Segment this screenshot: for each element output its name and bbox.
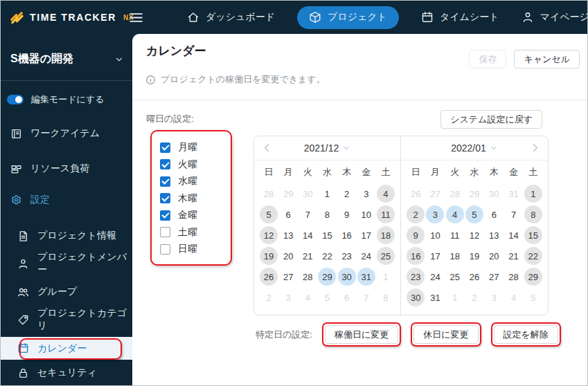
- project-selector[interactable]: S機器の開発: [10, 52, 124, 66]
- save-button[interactable]: 保存: [469, 50, 506, 68]
- calendar-day[interactable]: 25: [376, 246, 395, 266]
- calendar-day[interactable]: 10: [425, 225, 445, 246]
- calendar-day[interactable]: 16: [406, 246, 425, 266]
- calendar-day[interactable]: 7: [298, 204, 317, 225]
- month-selector[interactable]: 2022/01: [451, 143, 498, 154]
- sidebar-item-resource-load[interactable]: リソース負荷: [1, 158, 132, 180]
- calendar-day[interactable]: 28: [504, 266, 523, 287]
- sidebar-item-project-members[interactable]: プロジェクトメンバー: [1, 252, 132, 275]
- weekday-row-friday[interactable]: 金曜: [160, 207, 231, 224]
- sidebar-item-work-items[interactable]: ワークアイテム: [1, 122, 132, 145]
- sunday-checkbox[interactable]: [160, 244, 170, 255]
- calendar-day[interactable]: 3: [357, 183, 376, 204]
- weekday-row-wednesday[interactable]: 水曜: [160, 173, 231, 190]
- calendar-day[interactable]: 3: [425, 204, 445, 225]
- sidebar-item-groups[interactable]: グループ: [1, 281, 132, 303]
- calendar-day[interactable]: 21: [504, 246, 523, 266]
- calendar-day[interactable]: 14: [504, 225, 523, 246]
- nav-item-my-page[interactable]: マイページ: [522, 6, 588, 29]
- calendar-day[interactable]: 2: [406, 204, 425, 225]
- tuesday-checkbox[interactable]: [160, 159, 170, 169]
- calendar-day[interactable]: 19: [259, 246, 278, 266]
- calendar-day[interactable]: 29: [524, 266, 543, 287]
- edit-mode-toggle-row[interactable]: 編集モードにする: [7, 93, 105, 106]
- calendar-day[interactable]: 20: [278, 246, 298, 266]
- month-selector[interactable]: 2021/12: [304, 143, 351, 154]
- next-month-button[interactable]: [529, 142, 541, 154]
- calendar-day[interactable]: 6: [278, 204, 298, 225]
- calendar-day[interactable]: 30: [406, 287, 425, 308]
- cancel-button[interactable]: キャンセル: [514, 50, 580, 68]
- calendar-day[interactable]: 5: [465, 204, 484, 225]
- calendar-day[interactable]: 22: [317, 246, 337, 266]
- calendar-day[interactable]: 8: [317, 204, 337, 225]
- sidebar-item-calendar[interactable]: カレンダー: [1, 337, 132, 360]
- calendar-day[interactable]: 2: [337, 183, 357, 204]
- hamburger-menu-icon[interactable]: [130, 12, 143, 23]
- calendar-day[interactable]: 19: [465, 246, 484, 266]
- calendar-day[interactable]: 1: [317, 183, 337, 204]
- weekday-row-monday[interactable]: 月曜: [160, 139, 231, 156]
- calendar-day[interactable]: 22: [524, 246, 543, 266]
- calendar-day[interactable]: 31: [425, 287, 445, 308]
- calendar-day[interactable]: 9: [337, 204, 357, 225]
- weekday-row-thursday[interactable]: 木曜: [160, 190, 231, 208]
- calendar-day[interactable]: 26: [259, 266, 278, 287]
- calendar-day[interactable]: 23: [337, 246, 357, 266]
- calendar-day[interactable]: 12: [465, 225, 484, 246]
- calendar-day[interactable]: 15: [317, 225, 337, 246]
- nav-item-project[interactable]: プロジェクト: [297, 6, 399, 29]
- calendar-day[interactable]: 26: [465, 266, 484, 287]
- calendar-day[interactable]: 18: [376, 225, 395, 246]
- calendar-day[interactable]: 7: [504, 204, 523, 225]
- calendar-day[interactable]: 23: [406, 266, 425, 287]
- calendar-day[interactable]: 13: [278, 225, 298, 246]
- calendar-day[interactable]: 13: [484, 225, 504, 246]
- weekday-row-tuesday[interactable]: 火曜: [160, 156, 231, 174]
- calendar-day[interactable]: 29: [317, 266, 337, 287]
- calendar-day[interactable]: 21: [298, 246, 317, 266]
- nav-item-dashboard[interactable]: ダッシュボード: [187, 6, 275, 29]
- weekday-row-sunday[interactable]: 日曜: [160, 241, 231, 258]
- calendar-day[interactable]: 8: [524, 204, 543, 225]
- calendar-day[interactable]: 12: [259, 225, 278, 246]
- calendar-day[interactable]: 1: [524, 183, 543, 204]
- calendar-day[interactable]: 5: [259, 204, 278, 225]
- clear-setting-button[interactable]: 設定を解除: [494, 325, 558, 344]
- saturday-checkbox[interactable]: [160, 227, 170, 237]
- calendar-day[interactable]: 18: [445, 246, 465, 266]
- calendar-day[interactable]: 11: [376, 204, 395, 225]
- calendar-day[interactable]: 15: [524, 225, 543, 246]
- calendar-day[interactable]: 31: [357, 266, 376, 287]
- sidebar-item-settings[interactable]: 設定: [1, 189, 132, 211]
- calendar-day[interactable]: 11: [445, 225, 465, 246]
- sidebar-item-project-info[interactable]: プロジェクト情報: [1, 225, 132, 247]
- calendar-day[interactable]: 27: [278, 266, 298, 287]
- weekday-row-saturday[interactable]: 土曜: [160, 224, 231, 241]
- calendar-day[interactable]: 9: [406, 225, 425, 246]
- sidebar-item-security[interactable]: セキュリティ: [1, 362, 132, 384]
- thursday-checkbox[interactable]: [160, 193, 170, 203]
- calendar-day[interactable]: 25: [445, 266, 465, 287]
- sidebar-item-project-categories[interactable]: プロジェクトカテゴリ: [1, 309, 132, 331]
- reset-to-system-settings-button[interactable]: システム設定に戻す: [440, 110, 542, 129]
- friday-checkbox[interactable]: [160, 210, 170, 221]
- calendar-day[interactable]: 14: [298, 225, 317, 246]
- nav-item-timesheet[interactable]: タイムシート: [421, 6, 499, 29]
- change-to-workday-button[interactable]: 稼働日に変更: [325, 325, 398, 344]
- calendar-day[interactable]: 17: [357, 225, 376, 246]
- calendar-day[interactable]: 30: [337, 266, 357, 287]
- monday-checkbox[interactable]: [160, 143, 170, 153]
- calendar-day[interactable]: 6: [484, 204, 504, 225]
- calendar-day[interactable]: 17: [425, 246, 445, 266]
- calendar-day[interactable]: 24: [357, 246, 376, 266]
- calendar-day[interactable]: 4: [376, 183, 395, 204]
- calendar-day[interactable]: 28: [298, 266, 317, 287]
- wednesday-checkbox[interactable]: [160, 176, 170, 187]
- change-to-holiday-button[interactable]: 休日に変更: [413, 325, 478, 344]
- calendar-day[interactable]: 27: [484, 266, 504, 287]
- calendar-day[interactable]: 20: [484, 246, 504, 266]
- calendar-day[interactable]: 24: [425, 266, 445, 287]
- calendar-day[interactable]: 16: [337, 225, 357, 246]
- edit-mode-toggle[interactable]: [7, 95, 24, 104]
